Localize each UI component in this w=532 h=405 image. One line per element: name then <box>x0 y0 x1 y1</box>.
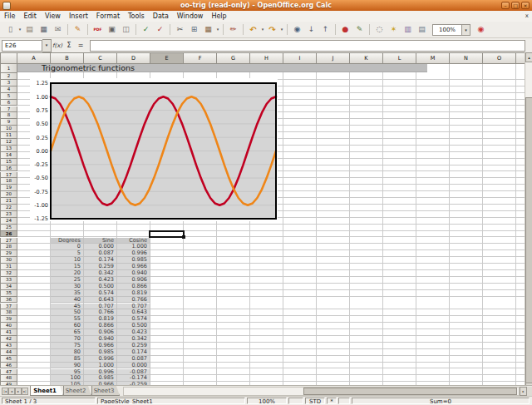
data-cell[interactable]: 0.500 <box>84 284 117 290</box>
name-box[interactable]: E26 <box>2 40 42 52</box>
row-header-6[interactable]: 6 <box>0 100 17 106</box>
name-box-dropdown-icon[interactable]: ▾ <box>42 39 52 52</box>
document-close-icon[interactable]: x <box>525 11 529 22</box>
column-header-I[interactable]: I <box>283 52 317 64</box>
data-cell[interactable]: 60 <box>51 323 84 329</box>
row-header-21[interactable]: 21 <box>0 198 17 205</box>
format-paintbrush-icon[interactable]: ✏ <box>227 23 239 36</box>
horizontal-scrollbar[interactable] <box>123 387 520 396</box>
data-cell[interactable]: 0.766 <box>84 309 117 316</box>
row-header-40[interactable]: 40 <box>0 323 17 329</box>
data-cell[interactable]: 0.966 <box>84 343 117 349</box>
header-cell-degrees[interactable]: Degrees <box>51 238 84 244</box>
row-header-27[interactable]: 27 <box>0 238 17 244</box>
vertical-scrollbar[interactable]: ▴ ▾ <box>525 52 532 393</box>
menu-view[interactable]: View <box>41 11 65 22</box>
scroll-up-icon[interactable]: ▴ <box>525 52 532 62</box>
row-header-1[interactable]: 1 <box>0 64 17 73</box>
data-cell[interactable]: 0.342 <box>117 336 150 343</box>
row-header-30[interactable]: 30 <box>0 257 17 264</box>
data-cell[interactable]: 0.574 <box>117 316 150 323</box>
row-header-34[interactable]: 34 <box>0 284 17 290</box>
find-replace-icon[interactable]: ◌ <box>373 23 386 36</box>
maximize-button[interactable]: □ <box>511 2 520 9</box>
row-header-9[interactable]: 9 <box>0 119 17 126</box>
open-icon[interactable]: ▤ <box>23 23 36 36</box>
sort-ascending-icon[interactable]: ↓ <box>305 23 318 36</box>
column-header-K[interactable]: K <box>350 52 383 64</box>
column-header-M[interactable]: M <box>416 52 450 64</box>
data-cell[interactable]: 0.940 <box>117 270 150 277</box>
data-cell[interactable]: 0.643 <box>84 297 117 304</box>
data-cell[interactable]: 70 <box>51 336 84 343</box>
data-cell[interactable]: 0.707 <box>84 304 117 310</box>
row-header-32[interactable]: 32 <box>0 270 17 277</box>
row-header-16[interactable]: 16 <box>0 165 17 172</box>
tab-nav-last-icon[interactable]: ▸| <box>22 388 28 395</box>
data-cell[interactable]: 0.259 <box>117 343 150 349</box>
row-header-23[interactable]: 23 <box>0 211 17 218</box>
email-icon[interactable]: ✉ <box>52 23 64 36</box>
print-icon[interactable]: ▣ <box>106 23 118 36</box>
data-cell[interactable]: 0.819 <box>117 290 150 297</box>
data-cell[interactable]: 95 <box>51 369 84 376</box>
page-preview-icon[interactable]: ◫ <box>120 23 132 36</box>
data-cell[interactable]: 65 <box>51 329 84 336</box>
sheet-tab-sheet3[interactable]: Sheet3 <box>91 386 120 396</box>
paste-icon[interactable]: ▦ <box>202 23 214 36</box>
column-header-C[interactable]: C <box>84 52 117 64</box>
edit-file-icon[interactable]: ✎ <box>71 23 84 36</box>
data-cell[interactable]: 1.000 <box>117 244 150 250</box>
column-header-H[interactable]: H <box>250 52 283 64</box>
data-cell[interactable]: 85 <box>51 356 84 363</box>
gallery-icon[interactable]: ▥ <box>401 23 414 36</box>
row-header-44[interactable]: 44 <box>0 349 17 356</box>
row-header-11[interactable]: 11 <box>0 132 17 139</box>
data-cell[interactable]: 0.866 <box>117 284 150 290</box>
row-header-8[interactable]: 8 <box>0 112 17 119</box>
horizontal-scroll-thumb[interactable] <box>303 388 517 395</box>
data-cell[interactable]: 0.707 <box>117 304 150 310</box>
spellcheck-icon[interactable]: ✓ <box>140 23 152 36</box>
data-cell[interactable]: 45 <box>51 304 84 310</box>
data-cell[interactable]: 0.174 <box>117 349 150 356</box>
draw-functions-icon[interactable]: ✎ <box>353 23 366 36</box>
equals-button[interactable]: = <box>75 42 86 49</box>
data-cell[interactable]: 40 <box>51 297 84 304</box>
navigator-icon[interactable]: ✶ <box>387 23 400 36</box>
row-header-37[interactable]: 37 <box>0 304 17 310</box>
status-zoom[interactable]: 100% <box>247 398 287 404</box>
menu-format[interactable]: Format <box>92 11 124 22</box>
menu-data[interactable]: Data <box>149 11 173 22</box>
row-header-3[interactable]: 3 <box>0 80 17 86</box>
copy-icon[interactable]: ⊞ <box>188 23 200 36</box>
data-cell[interactable]: 0.985 <box>84 349 117 356</box>
data-cell[interactable]: 0.174 <box>84 257 117 264</box>
row-header-47[interactable]: 47 <box>0 369 17 376</box>
row-header-7[interactable]: 7 <box>0 106 17 113</box>
data-cell[interactable]: 0.087 <box>84 250 117 257</box>
row-header-45[interactable]: 45 <box>0 356 17 363</box>
data-cell[interactable]: 0.574 <box>84 290 117 297</box>
row-header-46[interactable]: 46 <box>0 363 17 369</box>
data-cell[interactable]: -0.087 <box>117 369 150 376</box>
row-header-18[interactable]: 18 <box>0 178 17 185</box>
row-header-12[interactable]: 12 <box>0 139 17 146</box>
column-header-J[interactable]: J <box>317 52 350 64</box>
data-cell[interactable]: 0 <box>51 244 84 250</box>
data-cell[interactable]: 90 <box>51 363 84 369</box>
cell-cursor[interactable] <box>149 230 185 239</box>
fill-handle[interactable] <box>182 235 185 239</box>
column-header-B[interactable]: B <box>51 52 84 64</box>
row-header-13[interactable]: 13 <box>0 146 17 152</box>
data-cell[interactable]: 0.966 <box>117 264 150 270</box>
row-header-4[interactable]: 4 <box>0 86 17 93</box>
data-cell[interactable]: 0.000 <box>117 363 150 369</box>
data-cell[interactable]: 0.643 <box>117 309 150 316</box>
zoom-dropdown-icon[interactable]: ▾ <box>462 24 470 36</box>
minimize-button[interactable]: – <box>501 2 510 9</box>
row-header-24[interactable]: 24 <box>0 218 17 225</box>
data-cell[interactable]: 0.087 <box>117 356 150 363</box>
sheet-tab-sheet2[interactable]: Sheet2 <box>63 386 91 396</box>
new-document-icon[interactable]: ▯ <box>4 23 17 36</box>
